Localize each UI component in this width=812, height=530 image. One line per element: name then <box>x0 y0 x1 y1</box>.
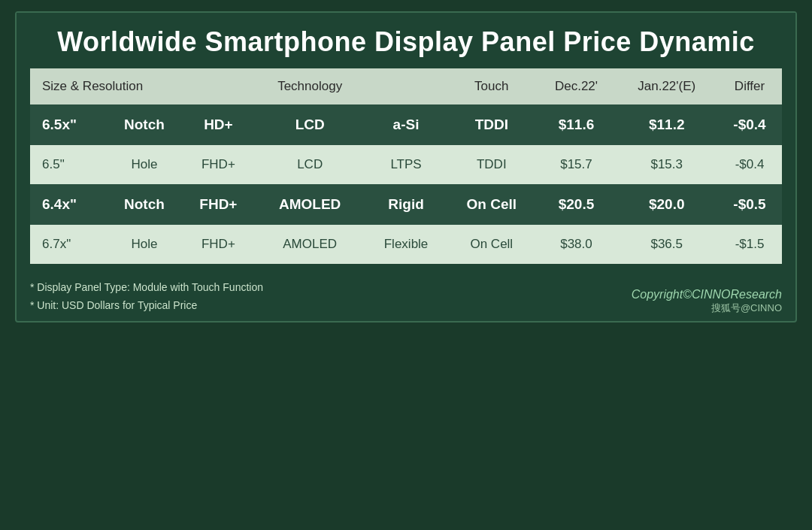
cell-touch: TDDI <box>447 104 537 145</box>
cell-silicon: Rigid <box>365 184 447 225</box>
cell-diff: -$0.4 <box>717 145 782 184</box>
cell-jan: $15.3 <box>616 145 717 184</box>
cell-tech: LCD <box>254 145 365 184</box>
cell-res: FHD+ <box>183 184 255 225</box>
cell-res: FHD+ <box>183 145 255 184</box>
header-differ: Differ <box>717 68 782 104</box>
page-title: Worldwide Smartphone Display Panel Price… <box>17 13 795 68</box>
cell-silicon: LTPS <box>365 145 447 184</box>
cell-touch: TDDI <box>447 145 537 184</box>
cell-tech: AMOLED <box>254 184 365 225</box>
cell-dec: $11.6 <box>537 104 617 145</box>
header-touch: Touch <box>447 68 537 104</box>
cell-diff: -$0.5 <box>717 184 782 225</box>
price-table: Size & Resolution Technology Touch Dec.2… <box>30 68 782 264</box>
header-jan: Jan.22'(E) <box>616 68 717 104</box>
cell-notch: Hole <box>106 225 182 264</box>
table-row: 6.5x" Notch HD+ LCD a-Si TDDI $11.6 $11.… <box>30 104 782 145</box>
cell-silicon: a-Si <box>365 104 447 145</box>
cell-jan: $36.5 <box>616 225 717 264</box>
cell-jan: $20.0 <box>616 184 717 225</box>
cell-silicon: Flexible <box>365 225 447 264</box>
cell-tech: LCD <box>254 104 365 145</box>
cell-diff: -$1.5 <box>717 225 782 264</box>
cell-size: 6.5x" <box>30 104 106 145</box>
cell-diff: -$0.4 <box>717 104 782 145</box>
cell-size: 6.5" <box>30 145 106 184</box>
cell-touch: On Cell <box>447 225 537 264</box>
footnote-1: * Display Panel Type: Module with Touch … <box>30 279 263 297</box>
footnotes-section: * Display Panel Type: Module with Touch … <box>17 271 795 321</box>
cell-size: 6.4x" <box>30 184 106 225</box>
main-container: Worldwide Smartphone Display Panel Price… <box>15 11 797 323</box>
cell-res: HD+ <box>183 104 255 145</box>
copyright-sub: 搜狐号@CINNO <box>632 301 782 315</box>
cell-dec: $20.5 <box>537 184 617 225</box>
table-header-row: Size & Resolution Technology Touch Dec.2… <box>30 68 782 104</box>
cell-notch: Notch <box>106 104 182 145</box>
table-row: 6.4x" Notch FHD+ AMOLED Rigid On Cell $2… <box>30 184 782 225</box>
copyright-section: Copyright©CINNOResearch 搜狐号@CINNO <box>632 288 782 315</box>
header-size-resolution: Size & Resolution <box>30 68 254 104</box>
cell-size: 6.7x" <box>30 225 106 264</box>
table-row: 6.7x" Hole FHD+ AMOLED Flexible On Cell … <box>30 225 782 264</box>
table-wrapper: Size & Resolution Technology Touch Dec.2… <box>17 68 795 271</box>
cell-dec: $15.7 <box>537 145 617 184</box>
header-dec: Dec.22' <box>537 68 617 104</box>
cell-touch: On Cell <box>447 184 537 225</box>
table-row: 6.5" Hole FHD+ LCD LTPS TDDI $15.7 $15.3… <box>30 145 782 184</box>
copyright-main: Copyright©CINNOResearch <box>632 288 782 301</box>
cell-jan: $11.2 <box>616 104 717 145</box>
cell-notch: Notch <box>106 184 182 225</box>
footnote-left: * Display Panel Type: Module with Touch … <box>30 279 263 315</box>
cell-notch: Hole <box>106 145 182 184</box>
header-technology: Technology <box>254 68 365 104</box>
cell-res: FHD+ <box>183 225 255 264</box>
footnote-2: * Unit: USD Dollars for Typical Price <box>30 297 263 315</box>
cell-dec: $38.0 <box>537 225 617 264</box>
cell-tech: AMOLED <box>254 225 365 264</box>
